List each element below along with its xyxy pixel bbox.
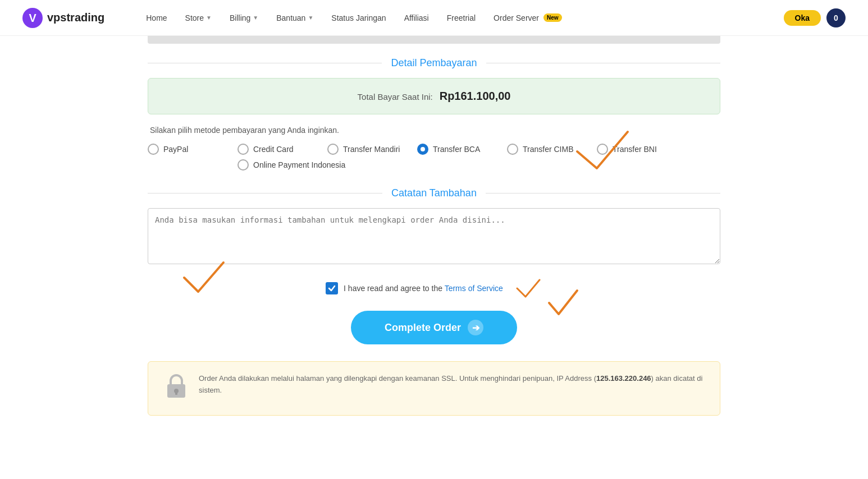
- radio-transfer-bca[interactable]: [417, 144, 428, 155]
- billing-arrow: ▼: [253, 15, 258, 21]
- security-text: Order Anda dilakukan melalui halaman yan…: [199, 373, 703, 397]
- nav-billing[interactable]: Billing ▼: [222, 9, 266, 27]
- notes-divider-line-right: [486, 193, 720, 194]
- total-box: Total Bayar Saat Ini: Rp161.100,00: [148, 78, 720, 114]
- radio-transfer-bni[interactable]: [597, 144, 608, 155]
- payment-option-credit-card[interactable]: Credit Card: [237, 144, 327, 155]
- total-label: Total Bayar Saat Ini:: [358, 92, 433, 102]
- complete-order-button[interactable]: Complete Order ➔: [351, 311, 517, 344]
- nav-affiliasi[interactable]: Affiliasi: [396, 9, 437, 27]
- navbar: V vpstrading Home Store ▼ Billing ▼ Bant…: [0, 0, 868, 36]
- radio-credit-card[interactable]: [237, 144, 249, 155]
- checkmark-icon: [328, 284, 336, 292]
- security-notice: Order Anda dilakukan melalui halaman yan…: [148, 361, 720, 416]
- payment-instruction: Silakan pilih metode pembayaran yang And…: [150, 126, 720, 135]
- payment-options-row2: Online Payment Indonesia: [237, 159, 720, 171]
- payment-option-transfer-bni[interactable]: Transfer BNI: [597, 144, 687, 155]
- label-online-payment: Online Payment Indonesia: [253, 160, 345, 169]
- store-arrow: ▼: [206, 15, 212, 21]
- complete-order-arrow-icon: ➔: [468, 320, 483, 335]
- brand-logo-link[interactable]: V vpstrading: [22, 8, 104, 28]
- nav-order-server[interactable]: Order Server New: [486, 9, 569, 27]
- payment-option-paypal[interactable]: PayPal: [148, 144, 237, 155]
- deco-check-terms: [514, 277, 542, 300]
- payment-option-transfer-bca[interactable]: Transfer BCA: [417, 144, 507, 155]
- brand-logo-icon: V: [22, 8, 43, 28]
- notes-divider-line-left: [148, 193, 382, 194]
- payment-section-title: Detail Pembayaran: [391, 57, 477, 69]
- notes-section-divider: Catatan Tambahan: [148, 187, 720, 199]
- main-content: Detail Pembayaran Total Bayar Saat Ini: …: [136, 36, 732, 438]
- total-amount: Rp161.100,00: [440, 90, 511, 102]
- notes-textarea[interactable]: [148, 208, 720, 264]
- radio-transfer-cimb[interactable]: [507, 144, 518, 155]
- terms-link[interactable]: Terms of Service: [445, 284, 503, 293]
- notes-section-title: Catatan Tambahan: [391, 187, 477, 199]
- nav-store[interactable]: Store ▼: [177, 9, 220, 27]
- terms-row: I have read and agree to the Terms of Se…: [148, 277, 720, 300]
- payment-options-row1: PayPal Credit Card Transfer Mandiri Tran…: [148, 144, 720, 155]
- radio-transfer-mandiri[interactable]: [327, 144, 339, 155]
- brand-name: vpstrading: [47, 11, 104, 24]
- nav-right: Oka 0: [784, 8, 846, 27]
- complete-btn-wrapper: Complete Order ➔: [148, 311, 720, 344]
- label-paypal: PayPal: [163, 145, 188, 154]
- top-bar-partial: [148, 36, 720, 44]
- svg-rect-4: [175, 392, 177, 395]
- nav-links: Home Store ▼ Billing ▼ Bantuan ▼ Status …: [138, 9, 783, 27]
- payment-option-transfer-mandiri[interactable]: Transfer Mandiri: [327, 144, 417, 155]
- label-credit-card: Credit Card: [253, 145, 294, 154]
- label-transfer-mandiri: Transfer Mandiri: [343, 145, 400, 154]
- label-transfer-bca: Transfer BCA: [433, 145, 480, 154]
- cart-button[interactable]: 0: [826, 8, 846, 27]
- terms-text: I have read and agree to the Terms of Se…: [344, 284, 503, 293]
- svg-text:V: V: [29, 12, 36, 24]
- nav-home[interactable]: Home: [138, 9, 175, 27]
- radio-online-payment[interactable]: [237, 159, 249, 171]
- security-ip: 125.163.220.246: [596, 374, 651, 383]
- nav-status-jaringan[interactable]: Status Jaringan: [323, 9, 394, 27]
- nav-freetrial[interactable]: Freetrial: [439, 9, 483, 27]
- nav-bantuan[interactable]: Bantuan ▼: [268, 9, 321, 27]
- label-transfer-bni: Transfer BNI: [613, 145, 657, 154]
- payment-option-transfer-cimb[interactable]: Transfer CIMB: [507, 144, 597, 155]
- payment-option-online-payment[interactable]: Online Payment Indonesia: [237, 159, 345, 171]
- terms-checkbox[interactable]: [326, 282, 338, 294]
- lock-icon: [165, 373, 188, 404]
- divider-line-right: [486, 63, 720, 63]
- label-transfer-cimb: Transfer CIMB: [523, 145, 574, 154]
- bantuan-arrow: ▼: [308, 15, 313, 21]
- user-button[interactable]: Oka: [784, 10, 821, 26]
- radio-paypal[interactable]: [148, 144, 159, 155]
- order-server-badge: New: [543, 13, 562, 22]
- payment-section-divider: Detail Pembayaran: [148, 57, 720, 69]
- divider-line-left: [148, 63, 382, 63]
